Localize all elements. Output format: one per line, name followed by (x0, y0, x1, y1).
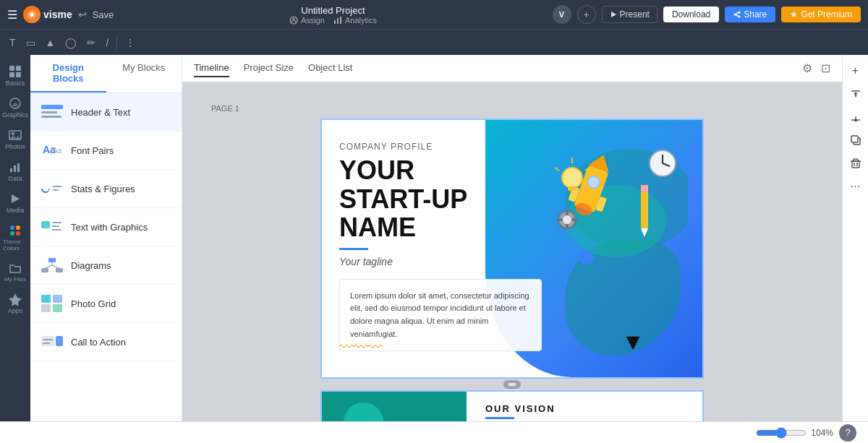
sidebar-item-media-label: Media (7, 207, 25, 214)
svg-marker-20 (12, 194, 20, 203)
settings-icon[interactable]: ⚙ (802, 61, 812, 75)
tagline-divider (339, 248, 368, 250)
list-item-call-action[interactable]: Call to Action (30, 323, 182, 361)
wave-decoration: 〰〰〰 (339, 339, 383, 356)
svg-point-16 (12, 132, 14, 135)
svg-rect-43 (53, 295, 62, 303)
visme-logo-text: visme (43, 9, 72, 20)
topbar-center: Untitled Project Assign Analytics (289, 5, 377, 25)
add-people-button[interactable]: + (577, 5, 596, 24)
svg-point-23 (10, 231, 14, 236)
text-graphics-label: Text with Graphics (71, 222, 148, 233)
right-panel: + ··· (842, 55, 868, 421)
sidebar-item-basics-label: Basics (6, 79, 25, 87)
company-profile-label: COMPANY PROFILE (339, 142, 685, 152)
svg-rect-4 (337, 18, 339, 24)
tab-project-size[interactable]: Project Size (244, 59, 294, 77)
list-item-header-text[interactable]: Header & Text (30, 93, 182, 132)
sidebar-item-media[interactable]: Media (1, 188, 29, 218)
startup-name-line2: START-UP (339, 184, 467, 214)
share-button[interactable]: Share (725, 7, 775, 22)
sidebar-item-myfiles[interactable]: My Files (1, 257, 29, 287)
tab-design-blocks[interactable]: Design Blocks (30, 55, 106, 93)
sidebar-item-basics[interactable]: Basics (1, 61, 29, 91)
delete-button[interactable] (846, 153, 866, 173)
list-item-diagrams[interactable]: Diagrams (30, 246, 182, 285)
svg-point-21 (10, 225, 14, 230)
pen-tool[interactable]: ✏ (83, 34, 99, 51)
svg-point-2 (292, 17, 294, 20)
page2-left: 〰〰 (322, 392, 467, 421)
svg-rect-81 (852, 161, 859, 168)
present-button[interactable]: Present (602, 6, 658, 23)
project-meta: Assign Analytics (289, 16, 377, 25)
slide-container: COMPANY PROFILE YOUR START-UP NAME Your … (320, 119, 704, 421)
svg-rect-3 (334, 20, 336, 24)
help-button[interactable]: ? (839, 424, 856, 442)
assign-link[interactable]: Assign (289, 16, 325, 25)
separator-handle[interactable] (503, 380, 521, 389)
duplicate-button[interactable] (846, 130, 866, 150)
font-pairs-label: Font Pairs (71, 145, 114, 156)
canvas-inner: PAGE 1 (182, 82, 842, 421)
rect-tool[interactable]: ▭ (22, 34, 39, 51)
left-sidebar: Basics Graphics Photos Data Media Theme … (0, 55, 30, 421)
sidebar-item-photos[interactable]: Photos (1, 124, 29, 155)
text-tool[interactable]: T (6, 34, 20, 51)
expand-icon[interactable]: ⊡ (821, 61, 830, 75)
save-button[interactable]: Save (93, 9, 114, 20)
photo-grid-label: Photo Grid (71, 298, 116, 309)
svg-rect-27 (41, 111, 57, 113)
avatar: V (553, 5, 571, 24)
svg-rect-28 (41, 116, 61, 118)
slide-page1[interactable]: COMPANY PROFILE YOUR START-UP NAME Your … (320, 119, 704, 379)
list-item-text-graphics[interactable]: Text with Graphics (30, 208, 182, 246)
list-item-stats-figures[interactable]: Stats & Figures (30, 170, 182, 208)
down-arrow: ▼ (621, 329, 644, 356)
zoom-controls: 104% (756, 427, 833, 439)
analytics-link[interactable]: Analytics (333, 16, 377, 25)
premium-button[interactable]: ★ Get Premium (781, 7, 861, 22)
svg-rect-85 (854, 159, 858, 161)
svg-rect-12 (9, 72, 14, 77)
slide-page2[interactable]: 〰〰 OUR VISION Lorem ipsum dolor sit amet… (320, 390, 704, 421)
download-button[interactable]: Download (663, 7, 719, 22)
sidebar-item-data[interactable]: Data (1, 156, 29, 186)
sidebar-item-myfiles-label: My Files (4, 276, 26, 283)
zoom-in-button[interactable]: + (846, 61, 866, 81)
svg-rect-35 (41, 221, 50, 228)
svg-rect-41 (56, 268, 63, 272)
circle-tool[interactable]: ◯ (61, 34, 80, 51)
more-options-button[interactable]: ··· (846, 176, 866, 197)
sidebar-item-theme[interactable]: Theme Colors (1, 220, 29, 256)
sidebar-item-photos-label: Photos (5, 143, 25, 150)
tagline: Your tagline (339, 256, 685, 267)
bottom-bar: 104% ? (0, 421, 868, 443)
hamburger-icon[interactable]: ☰ (7, 8, 17, 22)
svg-rect-42 (41, 295, 51, 303)
sidebar-item-graphics[interactable]: Graphics (1, 93, 29, 123)
page-label: PAGE 1 (211, 104, 813, 113)
triangle-tool[interactable]: ▲ (42, 34, 59, 51)
tab-my-blocks[interactable]: My Blocks (106, 55, 182, 93)
tab-object-list[interactable]: Object List (308, 59, 352, 77)
photo-grid-icon (41, 293, 64, 314)
line-tool[interactable]: / (102, 34, 112, 51)
align-top-button[interactable] (846, 84, 866, 104)
visme-logo-icon (23, 6, 41, 23)
tab-timeline[interactable]: Timeline (194, 59, 229, 77)
undo-icon[interactable]: ↩ (78, 9, 87, 20)
blue-dot (579, 250, 594, 264)
sidebar-item-apps[interactable]: Apps (1, 288, 29, 319)
list-item-font-pairs[interactable]: AaAa Font Pairs (30, 132, 182, 170)
svg-rect-34 (53, 189, 59, 191)
svg-point-8 (739, 16, 741, 18)
secondary-toolbar: Timeline Project Size Object List ⚙ ⊡ (182, 55, 842, 82)
align-bottom-button[interactable] (846, 107, 866, 127)
more-tools[interactable]: ⋮ (122, 34, 139, 51)
svg-point-7 (739, 12, 741, 14)
text-graphics-icon (41, 217, 64, 237)
zoom-slider[interactable] (756, 427, 807, 439)
svg-rect-33 (53, 186, 61, 187)
list-item-photo-grid[interactable]: Photo Grid (30, 285, 182, 323)
